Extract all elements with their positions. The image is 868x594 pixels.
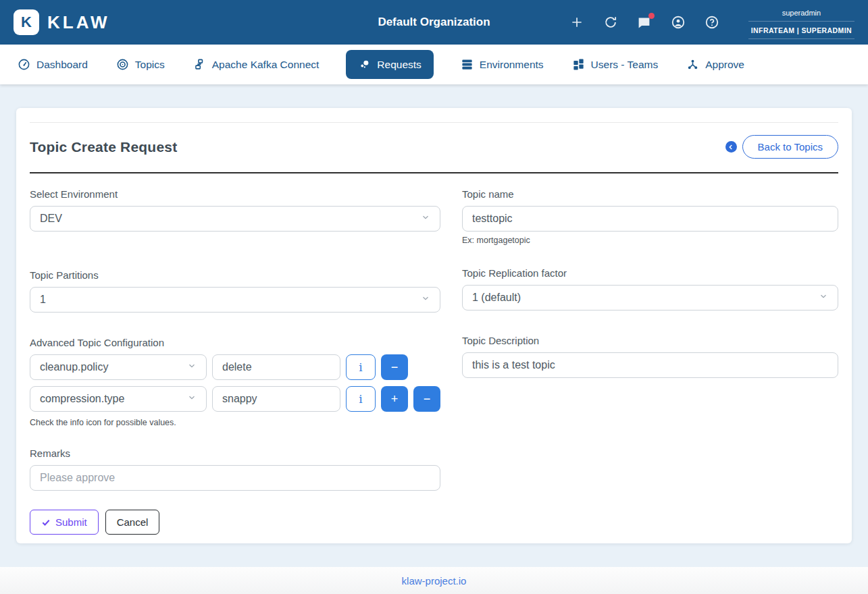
advanced-config-helper: Check the info icon for possible values. [30, 418, 440, 427]
tab-approve[interactable]: Approve [685, 50, 746, 79]
tab-label: Environments [480, 59, 544, 71]
tab-requests[interactable]: Requests [346, 50, 433, 79]
target-icon [116, 58, 129, 71]
partitions-selected-value: 1 [40, 294, 46, 306]
top-navbar: K KLAW Default Organization [0, 0, 868, 45]
chevron-down-icon [421, 213, 430, 225]
back-to-topics: Back to Topics [725, 135, 838, 159]
topic-name-input[interactable] [462, 206, 838, 232]
back-to-topics-button[interactable]: Back to Topics [742, 135, 838, 159]
form-right-column: Topic name Ex: mortgagetopic Topic Repli… [462, 188, 838, 535]
tab-dashboard[interactable]: Dashboard [16, 50, 89, 79]
add-icon[interactable] [569, 14, 585, 30]
user-menu[interactable]: superadmin INFRATEAM | SUPERADMIN [748, 5, 854, 39]
servers-icon [461, 58, 474, 71]
remove-config-button[interactable]: − [413, 386, 440, 412]
topic-name-field-group: Topic name Ex: mortgagetopic [462, 188, 838, 245]
cancel-button[interactable]: Cancel [105, 510, 160, 535]
organization-title: Default Organization [378, 16, 490, 29]
environment-label: Select Environment [30, 188, 440, 200]
topic-name-label: Topic name [462, 188, 838, 200]
nodes-icon [686, 58, 699, 71]
chevron-down-icon [421, 294, 430, 306]
refresh-icon[interactable] [603, 14, 619, 30]
remove-config-button[interactable]: − [381, 354, 408, 380]
config-key-select[interactable]: compression.type [30, 386, 207, 412]
description-label: Topic Description [462, 335, 838, 346]
messages-icon[interactable] [636, 14, 653, 30]
brand-name: KLAW [47, 12, 110, 33]
tab-label: Requests [377, 59, 421, 71]
config-key-select[interactable]: cleanup.policy [30, 354, 207, 380]
chevron-down-icon [819, 292, 828, 304]
user-team-role: INFRATEAM | SUPERADMIN [748, 22, 854, 39]
submit-button[interactable]: Submit [30, 510, 99, 535]
tiles-icon [572, 58, 585, 71]
back-arrow-icon[interactable] [725, 141, 737, 153]
topic-name-helper: Ex: mortgagetopic [462, 236, 838, 245]
klaw-project-link[interactable]: klaw-project.io [402, 575, 467, 587]
card-top-divider [30, 108, 838, 123]
dots-icon [358, 58, 371, 71]
advanced-config-group: Advanced Topic Configuration cleanup.pol… [30, 337, 440, 427]
tab-topics[interactable]: Topics [115, 50, 166, 79]
network-icon [193, 58, 206, 71]
username: superadmin [748, 5, 854, 22]
config-value-input[interactable] [212, 354, 340, 380]
partitions-field-group: Topic Partitions 1 [30, 269, 440, 313]
info-button[interactable]: i [346, 354, 376, 380]
info-button[interactable]: i [346, 386, 376, 412]
submit-label: Submit [55, 516, 87, 528]
tab-label: Dashboard [36, 59, 88, 71]
partitions-label: Topic Partitions [30, 269, 440, 281]
card-header: Topic Create Request Back to Topics [30, 123, 838, 173]
remarks-field-group: Remarks [30, 448, 440, 491]
topic-create-card: Topic Create Request Back to Topics Sele… [16, 108, 852, 543]
topic-request-form: Select Environment DEV Topic Partitions … [30, 173, 838, 535]
form-actions: Submit Cancel [30, 510, 440, 535]
description-input[interactable] [462, 352, 838, 378]
brand[interactable]: K KLAW [14, 9, 110, 35]
tab-users-teams[interactable]: Users - Teams [571, 50, 660, 79]
add-config-button[interactable]: + [381, 386, 408, 412]
gauge-icon [18, 58, 30, 71]
advanced-config-row: cleanup.policy i − [30, 354, 440, 380]
environment-field-group: Select Environment DEV [30, 188, 440, 232]
chevron-down-icon [187, 361, 197, 373]
klaw-logo-icon: K [14, 9, 39, 35]
remarks-label: Remarks [30, 448, 440, 459]
remarks-input[interactable] [30, 465, 440, 491]
tab-label: Topics [135, 59, 165, 71]
config-key-value: compression.type [40, 393, 124, 405]
chevron-down-icon [187, 393, 197, 405]
replication-selected-value: 1 (default) [472, 292, 521, 304]
tab-label: Apache Kafka Connect [212, 59, 320, 71]
notification-badge [648, 13, 655, 19]
footer: klaw-project.io [0, 567, 868, 594]
replication-field-group: Topic Replication factor 1 (default) [462, 267, 838, 310]
user-icon[interactable] [670, 14, 686, 30]
description-field-group: Topic Description [462, 335, 838, 378]
config-key-value: cleanup.policy [40, 361, 108, 373]
help-icon[interactable] [704, 14, 720, 30]
replication-select[interactable]: 1 (default) [462, 285, 838, 310]
tab-kafka-connect[interactable]: Apache Kafka Connect [192, 50, 321, 79]
tab-environments[interactable]: Environments [459, 50, 545, 79]
tab-label: Approve [705, 59, 744, 71]
form-left-column: Select Environment DEV Topic Partitions … [30, 188, 440, 535]
advanced-config-row: compression.type i + − [30, 386, 440, 412]
main-content: Topic Create Request Back to Topics Sele… [0, 84, 868, 567]
tab-label: Users - Teams [591, 59, 659, 71]
config-value-input[interactable] [212, 386, 340, 412]
replication-label: Topic Replication factor [462, 267, 838, 279]
environment-selected-value: DEV [40, 213, 62, 225]
partitions-select[interactable]: 1 [30, 287, 440, 313]
navbar-actions: superadmin INFRATEAM | SUPERADMIN [569, 5, 854, 39]
check-icon [41, 518, 51, 527]
page-title: Topic Create Request [30, 139, 177, 155]
main-navigation: Dashboard Topics Apache Kafka Connect Re… [0, 45, 868, 84]
advanced-config-label: Advanced Topic Configuration [30, 337, 440, 348]
environment-select[interactable]: DEV [30, 206, 440, 232]
